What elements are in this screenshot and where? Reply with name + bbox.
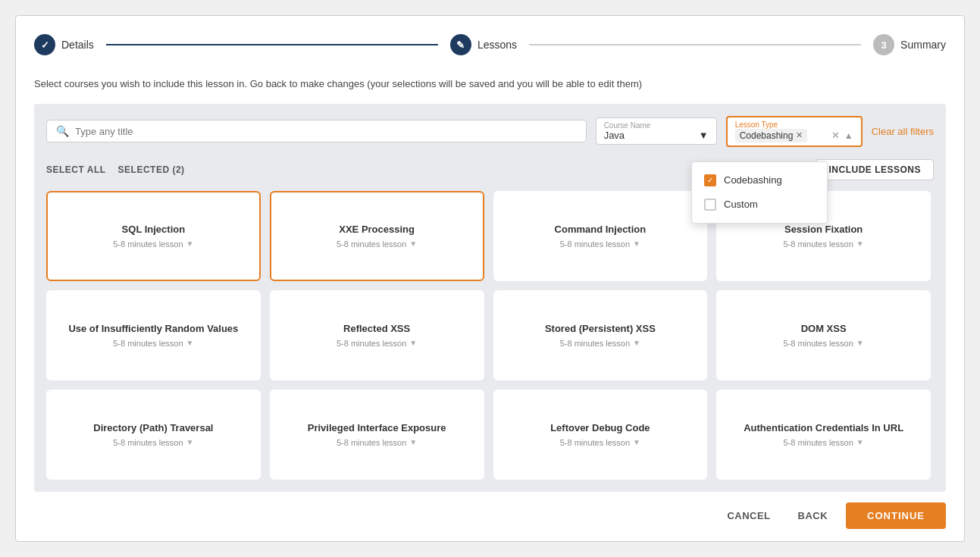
lesson-card[interactable]: Command Injection 5-8 minutes lesson ▼	[493, 191, 708, 281]
step-details-label: Details	[61, 39, 94, 51]
content-area: 🔍 Course Name Java ▼ Lesson Type Codebas…	[34, 104, 946, 493]
selection-left: SELECT ALL SELECTED (2)	[46, 164, 185, 175]
lesson-card-duration: 5-8 minutes lesson ▼	[337, 239, 417, 249]
lesson-card-title: Command Injection	[555, 224, 647, 235]
lesson-type-value: Codebashing ✕ ✕ ▲	[735, 129, 853, 142]
course-name-value: Java ▼	[604, 130, 709, 141]
codebashing-option-label: Codebashing	[724, 174, 782, 186]
lesson-type-dropdown[interactable]: Lesson Type Codebashing ✕ ✕ ▲	[726, 116, 863, 147]
step-summary-label: Summary	[900, 39, 946, 51]
lesson-card[interactable]: DOM XSS 5-8 minutes lesson ▼	[716, 290, 931, 380]
details-check-icon: ✓	[41, 39, 49, 51]
lesson-type-label: Lesson Type	[735, 120, 853, 129]
lessons-pencil-icon: ✎	[456, 39, 465, 51]
summary-number: 3	[881, 39, 886, 51]
clear-all-filters-button[interactable]: Clear all filters	[872, 126, 934, 137]
course-name-selected: Java	[604, 130, 625, 141]
lesson-card[interactable]: Stored (Persistent) XSS 5-8 minutes less…	[493, 290, 708, 380]
lesson-card[interactable]: Leftover Debug Code 5-8 minutes lesson ▼	[493, 390, 708, 480]
lesson-card[interactable]: Use of Insufficiently Random Values 5-8 …	[46, 290, 261, 380]
lesson-card-title: DOM XSS	[801, 323, 847, 334]
lesson-card[interactable]: Reflected XSS 5-8 minutes lesson ▼	[270, 290, 484, 380]
duration-arrow-icon: ▼	[856, 339, 864, 347]
stepper: ✓ Details ✎ Lessons 3 Summary	[34, 31, 946, 58]
select-all-button[interactable]: SELECT ALL	[46, 164, 106, 175]
course-dropdown-arrow-icon: ▼	[699, 130, 709, 141]
lesson-card-title: Privileged Interface Exposure	[308, 422, 446, 433]
lesson-card-duration: 5-8 minutes lesson ▼	[784, 438, 864, 447]
step-summary: 3 Summary	[873, 34, 946, 55]
lesson-card-duration: 5-8 minutes lesson ▼	[337, 339, 417, 348]
search-box[interactable]: 🔍	[46, 120, 587, 142]
lesson-card-title: Directory (Path) Traversal	[93, 422, 213, 433]
duration-arrow-icon: ▼	[186, 339, 194, 347]
lesson-card[interactable]: Privileged Interface Exposure 5-8 minute…	[270, 390, 484, 480]
step-lessons-label: Lessons	[477, 39, 517, 51]
duration-arrow-icon: ▼	[856, 438, 864, 446]
step-line-2	[529, 44, 861, 45]
lesson-type-popup: ✓ Codebashing Custom	[691, 161, 828, 224]
dropdown-controls: ✕ ▲	[831, 130, 853, 141]
continue-button[interactable]: CONTINUE	[846, 502, 946, 529]
codebashing-checkbox[interactable]: ✓	[704, 174, 716, 186]
duration-arrow-icon: ▼	[633, 339, 640, 347]
lesson-card-duration: 5-8 minutes lesson ▼	[113, 239, 193, 249]
lesson-card-duration: 5-8 minutes lesson ▼	[784, 239, 864, 249]
step-lessons: ✎ Lessons	[450, 34, 517, 55]
lesson-card-duration: 5-8 minutes lesson ▼	[337, 438, 417, 447]
lesson-type-arrow-icon[interactable]: ▲	[844, 130, 853, 141]
lesson-card-title: Reflected XSS	[343, 323, 410, 334]
lessons-grid: SQL Injection 5-8 minutes lesson ▼ XXE P…	[46, 191, 934, 480]
dropdown-option-codebashing[interactable]: ✓ Codebashing	[692, 168, 827, 192]
cancel-button[interactable]: CANCEL	[718, 504, 779, 527]
duration-arrow-icon: ▼	[186, 438, 194, 446]
include-lessons-button[interactable]: INCLUDE LESSONS	[816, 159, 934, 180]
search-input[interactable]	[75, 126, 577, 137]
lesson-card-title: Authentication Credentials In URL	[744, 422, 903, 433]
lesson-card-duration: 5-8 minutes lesson ▼	[560, 339, 640, 348]
dropdown-option-custom[interactable]: Custom	[692, 192, 827, 217]
lesson-type-tag-text: Codebashing	[740, 130, 794, 141]
lesson-card[interactable]: Directory (Path) Traversal 5-8 minutes l…	[46, 390, 261, 480]
duration-arrow-icon: ▼	[409, 438, 417, 446]
lesson-card-title: Leftover Debug Code	[550, 422, 650, 433]
lesson-card-title: XXE Processing	[339, 224, 415, 235]
duration-arrow-icon: ▼	[186, 239, 194, 248]
search-icon: 🔍	[56, 125, 69, 137]
lesson-card[interactable]: Authentication Credentials In URL 5-8 mi…	[716, 390, 931, 480]
duration-arrow-icon: ▼	[633, 438, 640, 446]
footer-row: CANCEL BACK CONTINUE	[34, 502, 946, 529]
filters-row: 🔍 Course Name Java ▼ Lesson Type Codebas…	[46, 116, 934, 147]
lesson-card[interactable]: XXE Processing 5-8 minutes lesson ▼	[270, 191, 484, 281]
step-details: ✓ Details	[34, 34, 94, 55]
duration-arrow-icon: ▼	[633, 239, 640, 248]
lesson-card-title: SQL Injection	[122, 224, 186, 235]
lesson-card-duration: 5-8 minutes lesson ▼	[560, 239, 640, 249]
step-line-1	[106, 44, 438, 45]
lesson-type-clear-icon[interactable]: ✕	[831, 130, 840, 141]
lesson-card-title: Use of Insufficiently Random Values	[68, 323, 238, 334]
lesson-type-tag: Codebashing ✕	[735, 129, 808, 142]
main-container: ✓ Details ✎ Lessons 3 Summary Select cou…	[15, 15, 965, 542]
duration-arrow-icon: ▼	[409, 239, 417, 248]
course-name-dropdown[interactable]: Course Name Java ▼	[596, 117, 717, 145]
lesson-card-title: Stored (Persistent) XSS	[545, 323, 656, 334]
custom-option-label: Custom	[724, 199, 758, 210]
lesson-card-duration: 5-8 minutes lesson ▼	[560, 438, 640, 447]
duration-arrow-icon: ▼	[409, 339, 417, 347]
instruction-text: Select courses you wish to include this …	[34, 77, 946, 92]
step-lessons-circle: ✎	[450, 34, 471, 55]
step-summary-circle: 3	[873, 34, 894, 55]
duration-arrow-icon: ▼	[856, 239, 864, 248]
step-details-circle: ✓	[34, 34, 55, 55]
lesson-card-duration: 5-8 minutes lesson ▼	[113, 438, 193, 447]
selected-count: SELECTED (2)	[118, 164, 185, 175]
custom-checkbox[interactable]	[704, 199, 716, 211]
lesson-card-duration: 5-8 minutes lesson ▼	[784, 339, 864, 348]
lesson-card[interactable]: SQL Injection 5-8 minutes lesson ▼	[46, 191, 261, 281]
lesson-card-duration: 5-8 minutes lesson ▼	[113, 339, 193, 348]
back-button[interactable]: BACK	[789, 504, 838, 527]
course-name-label: Course Name	[604, 121, 709, 130]
lesson-card-title: Session Fixation	[784, 224, 863, 235]
tag-remove-icon[interactable]: ✕	[796, 130, 803, 140]
